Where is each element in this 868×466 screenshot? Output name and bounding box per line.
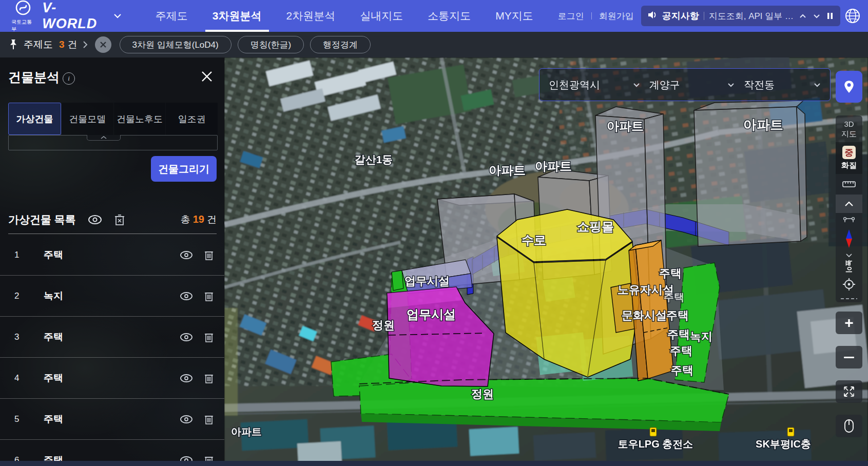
row-name: 녹지 xyxy=(44,289,63,303)
row-delete-trash-icon[interactable] xyxy=(204,373,214,384)
tab-sunlight[interactable]: 일조권 xyxy=(166,103,218,135)
province-value: 인천광역시 xyxy=(549,78,600,92)
notice-pause-icon[interactable] xyxy=(826,11,834,21)
nav-item-indoor-map[interactable]: 실내지도 xyxy=(348,0,415,32)
mode-3d-label: 3D xyxy=(844,119,854,129)
row-visibility-eye-icon[interactable] xyxy=(180,250,193,260)
toolbar-compass-icon[interactable] xyxy=(836,226,862,251)
delete-all-trash-icon[interactable] xyxy=(114,213,125,226)
district-value: 계양구 xyxy=(649,78,680,92)
fullscreen-button[interactable] xyxy=(836,380,862,403)
plus-icon: + xyxy=(844,315,854,331)
map-label: 주택 xyxy=(670,344,692,357)
list-item[interactable]: 1 주택 xyxy=(0,235,224,276)
map-label: 아파트 xyxy=(743,117,783,132)
select-district[interactable]: 계양구 xyxy=(649,69,735,101)
map-area[interactable]: 갈산1동 아파트 아파트 아파트 아파트 쇼핑몰 수로 업무시설 업무시설 정원… xyxy=(224,57,868,466)
draw-building-button[interactable]: 건물그리기 xyxy=(151,156,217,182)
row-delete-trash-icon[interactable] xyxy=(204,290,214,302)
quality-badge: 중 xyxy=(842,146,856,159)
chevron-down-icon xyxy=(814,83,821,87)
minus-icon xyxy=(844,357,854,358)
nav-item-thematic-map[interactable]: 주제도 xyxy=(143,0,200,32)
nav-item-3d-analysis[interactable]: 3차원분석 xyxy=(200,0,274,32)
ministry-logo: 국토교통부 xyxy=(11,0,35,33)
nav-item-communication-map[interactable]: 소통지도 xyxy=(415,0,483,32)
toggle-all-visibility-eye-icon[interactable] xyxy=(87,214,103,225)
clear-filters-button[interactable] xyxy=(95,36,111,53)
map-label: 주택 xyxy=(666,309,689,322)
toolbar-3d-map-mode[interactable]: 3D 지도 xyxy=(836,115,862,142)
nav-item-my-map[interactable]: MY지도 xyxy=(483,0,546,32)
map-label: 갈산1동 xyxy=(355,153,393,165)
filter-count-unit: 건 xyxy=(68,38,78,51)
notice-next-chevron-down-icon[interactable] xyxy=(812,13,821,20)
zoom-out-button[interactable] xyxy=(836,346,862,368)
map-label: 주택 xyxy=(667,328,690,341)
list-divider xyxy=(8,234,217,234)
map-label: 문화시설 xyxy=(622,309,667,322)
locate-pin-button[interactable] xyxy=(836,71,862,103)
select-province[interactable]: 인천광역시 xyxy=(549,69,640,101)
map-label: 주택 xyxy=(671,364,693,377)
login-link[interactable]: 로그인 xyxy=(551,10,591,22)
map-canvas[interactable]: 갈산1동 아파트 아파트 아파트 아파트 쇼핑몰 수로 업무시설 업무시설 정원… xyxy=(224,57,868,466)
filter-tag-lod4[interactable]: 3차원 입체모형(LoD4) xyxy=(120,36,232,53)
map-label: 쇼핑몰 xyxy=(577,220,614,234)
toolbar-route-pins-icon[interactable] xyxy=(836,213,862,226)
row-visibility-eye-icon[interactable] xyxy=(180,333,193,342)
list-item[interactable]: 5 주택 xyxy=(0,399,224,440)
map-label: 아파트 xyxy=(607,119,644,133)
row-visibility-eye-icon[interactable] xyxy=(180,374,193,383)
filter-count: 3 xyxy=(59,39,65,50)
map-label: 아파트 xyxy=(231,426,262,437)
zoom-in-button[interactable]: + xyxy=(836,312,862,334)
bottom-edge-strip xyxy=(0,461,868,466)
row-visibility-eye-icon[interactable] xyxy=(180,292,193,301)
main-menu: 주제도 3차원분석 2차원분석 실내지도 소통지도 MY지도 xyxy=(143,0,546,32)
row-delete-trash-icon[interactable] xyxy=(204,332,214,343)
tab-building-age[interactable]: 건물노후도 xyxy=(114,103,166,135)
select-town[interactable]: 작전동 xyxy=(744,69,821,101)
list-item[interactable]: 2 녹지 xyxy=(0,276,224,317)
row-delete-trash-icon[interactable] xyxy=(204,249,214,261)
signup-link[interactable]: 회원가입 xyxy=(592,10,641,22)
map-toolbar: 3D 지도 중 화질 xyxy=(836,115,862,437)
panel-tabs: 가상건물 건물모델 건물노후도 일조권 xyxy=(8,103,218,135)
height-text: 높이 xyxy=(844,260,854,273)
row-visibility-eye-icon[interactable] xyxy=(180,415,193,424)
filter-tag-names-korean[interactable]: 명칭(한글) xyxy=(238,36,304,53)
toolbar-measure-ruler-icon[interactable] xyxy=(836,174,862,195)
filter-bar: 주제도 3 건 3차원 입체모형(LoD4) 명칭(한글) 행정경계 xyxy=(0,32,868,57)
brand-chevron-down-icon[interactable] xyxy=(113,11,122,21)
info-icon[interactable]: i xyxy=(63,72,75,85)
map-label: 녹지 xyxy=(690,330,712,343)
filter-tag-admin-boundary[interactable]: 행정경계 xyxy=(310,36,371,53)
tab-building-model[interactable]: 건물모델 xyxy=(62,103,113,135)
pushpin-icon[interactable] xyxy=(9,39,17,50)
list-item[interactable]: 4 주택 xyxy=(0,358,224,399)
brand[interactable]: 국토교통부 V-WORLD xyxy=(11,0,122,33)
chevron-down-icon xyxy=(633,83,640,87)
map-label: 수로 xyxy=(522,233,546,247)
notice-text: 지도조회, API 일부 … xyxy=(709,10,794,22)
virtual-building-list: 1 주택 2 녹지 3 주택 xyxy=(0,235,224,466)
panel-close-icon[interactable] xyxy=(198,70,216,83)
filter-chevron-right-icon[interactable] xyxy=(83,41,88,49)
globe-language-icon[interactable] xyxy=(844,8,861,24)
toolbar-quality[interactable]: 중 화질 xyxy=(836,142,862,174)
toolbar-chevron-up-icon[interactable] xyxy=(836,195,862,213)
mouse-icon xyxy=(844,419,854,433)
collapse-handle[interactable] xyxy=(87,135,121,141)
toolbar-locate-target-icon[interactable] xyxy=(836,274,862,295)
toolbar-height-label[interactable]: 높이 xyxy=(836,259,862,274)
mouse-help-button[interactable] xyxy=(836,415,862,437)
map-label: 업무시설 xyxy=(407,307,456,321)
toolbar-chevron-down-small-icon[interactable] xyxy=(836,251,862,259)
tab-virtual-building[interactable]: 가상건물 xyxy=(8,103,61,135)
list-item[interactable]: 3 주택 xyxy=(0,317,224,358)
notice-prev-chevron-up-icon[interactable] xyxy=(798,13,807,20)
row-number: 5 xyxy=(14,414,19,424)
nav-item-2d-analysis[interactable]: 2차원분석 xyxy=(274,0,348,32)
row-delete-trash-icon[interactable] xyxy=(204,414,214,425)
